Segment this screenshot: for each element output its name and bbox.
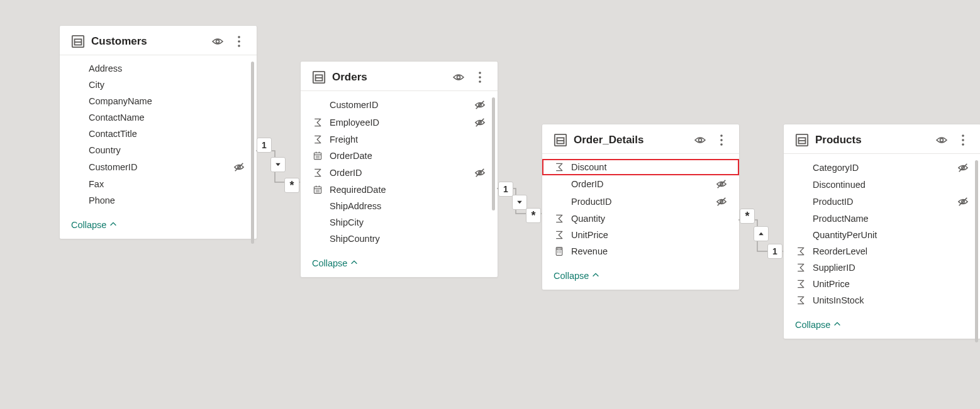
field-row[interactable]: City	[60, 77, 257, 93]
field-row[interactable]: EmployeeID	[301, 114, 498, 131]
field-row[interactable]: QuantityPerUnit	[784, 227, 980, 243]
collapse-button[interactable]: Collapse	[301, 251, 498, 277]
field-row[interactable]: CustomerID	[301, 96, 498, 114]
table-customers[interactable]: Customers AddressCityCompanyNameContactN…	[59, 25, 257, 239]
table-title: Order_Details	[574, 134, 688, 146]
visibility-icon[interactable]	[452, 71, 465, 84]
table-header[interactable]: Customers	[60, 26, 257, 55]
field-row[interactable]: Phone	[60, 192, 257, 209]
fields-list: CategoryIDDiscontinuedProductIDProductNa…	[784, 154, 980, 312]
field-name: CustomerID	[330, 100, 467, 110]
table-order-details[interactable]: Order_Details DiscountOrderIDProductIDQu…	[542, 124, 740, 290]
chevron-up-icon	[833, 320, 842, 329]
field-row[interactable]: ContactName	[60, 109, 257, 126]
field-row[interactable]: Country	[60, 142, 257, 158]
sum-icon	[554, 162, 565, 172]
field-name: SupplierID	[813, 263, 950, 273]
field-row[interactable]: OrderID	[542, 175, 739, 193]
table-products[interactable]: Products CategoryIDDiscontinuedProductID…	[783, 124, 980, 339]
field-name: QuantityPerUnit	[813, 230, 950, 240]
chevron-up-icon	[109, 220, 118, 229]
table-title: Customers	[91, 35, 205, 48]
table-icon	[554, 133, 567, 147]
hidden-icon	[715, 178, 728, 190]
date-icon	[312, 185, 323, 195]
field-name: Revenue	[571, 246, 709, 256]
field-row[interactable]: CompanyName	[60, 93, 257, 109]
visibility-icon[interactable]	[935, 134, 948, 146]
hidden-icon	[474, 167, 486, 178]
field-row[interactable]: ProductID	[784, 193, 980, 210]
field-row[interactable]: CategoryID	[784, 159, 980, 177]
more-options-icon[interactable]	[957, 134, 969, 146]
visibility-icon[interactable]	[211, 35, 224, 48]
hidden-icon	[715, 196, 728, 207]
field-row[interactable]: Fax	[60, 176, 257, 192]
collapse-label: Collapse	[795, 320, 830, 330]
field-name: ContactTitle	[89, 129, 226, 139]
sum-icon	[312, 134, 323, 145]
field-row[interactable]: OrderDate	[301, 148, 498, 164]
field-row[interactable]: OrderID	[301, 164, 498, 182]
field-row[interactable]: Address	[60, 60, 257, 77]
more-options-icon[interactable]	[474, 71, 486, 84]
field-name: ShipCity	[330, 217, 467, 227]
field-row[interactable]: Revenue	[542, 243, 739, 259]
field-row[interactable]: Freight	[301, 131, 498, 148]
filter-direction-icon	[270, 157, 286, 172]
field-row[interactable]: UnitPrice	[784, 276, 980, 292]
field-row[interactable]: ContactTitle	[60, 126, 257, 142]
collapse-button[interactable]: Collapse	[60, 212, 257, 239]
field-row[interactable]: ShipCity	[301, 214, 498, 231]
sum-icon	[312, 117, 323, 128]
more-options-icon[interactable]	[233, 35, 245, 48]
visibility-icon[interactable]	[694, 134, 706, 146]
table-header[interactable]: Products	[784, 124, 980, 154]
collapse-label: Collapse	[71, 220, 106, 230]
hidden-icon	[957, 162, 969, 173]
field-row[interactable]: ReorderLevel	[784, 243, 980, 259]
field-row[interactable]: UnitsInStock	[784, 292, 980, 308]
field-row[interactable]: SupplierID	[784, 259, 980, 276]
sum-icon	[554, 230, 565, 240]
field-row[interactable]: Discontinued	[784, 177, 980, 193]
field-row[interactable]: ShipCountry	[301, 231, 498, 247]
field-row[interactable]: CustomerID	[60, 158, 257, 176]
table-header[interactable]: Orders	[301, 62, 498, 91]
field-row[interactable]: RequiredDate	[301, 182, 498, 198]
field-row[interactable]: UnitPrice	[542, 227, 739, 243]
hidden-icon	[474, 117, 486, 128]
sum-icon	[795, 246, 806, 256]
field-name: CategoryID	[813, 163, 950, 173]
hidden-icon	[957, 196, 969, 207]
field-name: ShipCountry	[330, 234, 467, 244]
collapse-button[interactable]: Collapse	[542, 263, 739, 290]
fields-list: DiscountOrderIDProductIDQuantityUnitPric…	[542, 154, 739, 263]
field-row[interactable]: Discount	[542, 159, 739, 175]
field-name: Discount	[571, 162, 709, 172]
field-row[interactable]: ShipAddress	[301, 198, 498, 214]
field-name: Quantity	[571, 214, 709, 224]
scrollbar[interactable]	[251, 62, 254, 244]
more-options-icon[interactable]	[715, 134, 728, 146]
calc-icon	[554, 246, 565, 256]
table-orders[interactable]: Orders CustomerIDEmployeeIDFreightOrderD…	[300, 61, 498, 278]
table-icon	[71, 35, 85, 48]
table-icon	[312, 70, 326, 84]
model-canvas[interactable]: 1 * 1 * * 1 Customers AddressCityCompany…	[0, 0, 980, 409]
field-row[interactable]: ProductID	[542, 193, 739, 210]
field-row[interactable]: Quantity	[542, 210, 739, 227]
scrollbar[interactable]	[975, 160, 978, 342]
field-name: EmployeeID	[330, 117, 467, 128]
field-name: OrderDate	[330, 151, 467, 161]
table-header[interactable]: Order_Details	[542, 124, 739, 154]
field-name: ProductName	[813, 214, 950, 224]
chevron-up-icon	[350, 258, 359, 267]
field-name: Discontinued	[813, 180, 950, 190]
collapse-button[interactable]: Collapse	[784, 312, 980, 339]
field-name: ContactName	[89, 112, 226, 123]
field-name: ReorderLevel	[813, 246, 950, 256]
field-row[interactable]: ProductName	[784, 210, 980, 227]
table-title: Orders	[332, 71, 446, 84]
scrollbar[interactable]	[492, 97, 495, 210]
